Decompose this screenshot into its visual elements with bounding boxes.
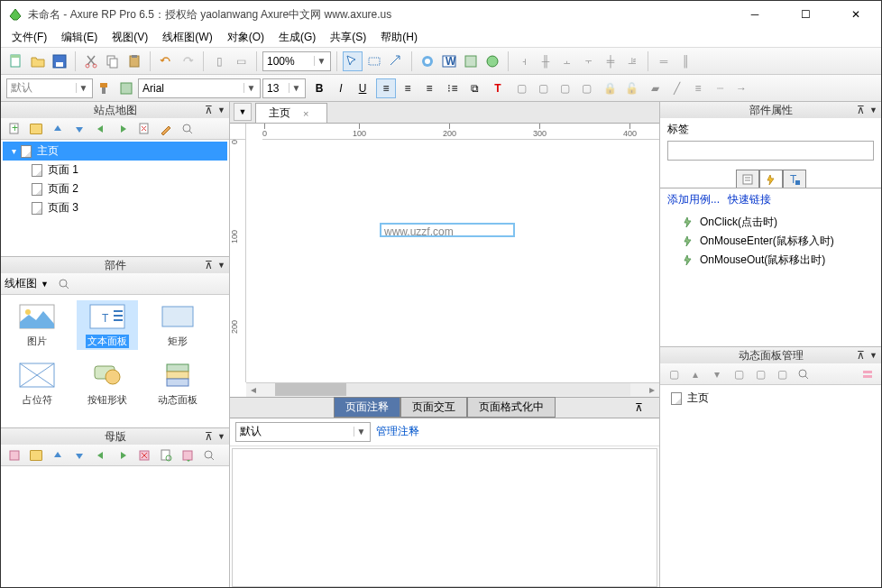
delete-button[interactable] bbox=[134, 446, 154, 465]
event-onmouseout[interactable]: OnMouseOut(鼠标移出时) bbox=[664, 251, 877, 270]
add-master-button[interactable] bbox=[5, 446, 24, 465]
line-style-button[interactable]: ┈ bbox=[710, 78, 730, 98]
move-left-button[interactable] bbox=[91, 446, 111, 465]
chevron-down-icon[interactable]: ▼ bbox=[314, 56, 328, 66]
edit-page-button[interactable] bbox=[156, 119, 176, 139]
open-button[interactable] bbox=[28, 51, 48, 71]
spec-word-button[interactable]: W bbox=[439, 51, 459, 71]
arrow-button[interactable]: → bbox=[731, 78, 751, 98]
undo-button[interactable] bbox=[156, 51, 176, 71]
align-left-button[interactable]: ⫞ bbox=[514, 51, 534, 71]
text-color-button[interactable]: T bbox=[488, 78, 508, 98]
menu-edit[interactable]: 编辑(E) bbox=[54, 28, 105, 47]
font-size-combo[interactable]: ▼ bbox=[262, 78, 306, 98]
menu-help[interactable]: 帮助(H) bbox=[373, 28, 425, 47]
copy-button[interactable] bbox=[103, 51, 123, 71]
widget-dynamic-panel[interactable]: 动态面板 bbox=[147, 359, 208, 409]
align-right-button[interactable]: ⫠ bbox=[557, 51, 577, 71]
select-mode-button[interactable] bbox=[343, 51, 363, 71]
chevron-down-icon[interactable]: ▼ bbox=[289, 83, 303, 93]
chevron-down-icon[interactable]: ▼ bbox=[41, 280, 49, 289]
chevron-down-icon[interactable]: ▼ bbox=[869, 351, 877, 360]
move-down-button[interactable] bbox=[69, 119, 89, 139]
menu-object[interactable]: 对象(O) bbox=[220, 28, 271, 47]
pin-icon[interactable]: ⊼ bbox=[205, 104, 213, 116]
italic-button[interactable]: I bbox=[331, 78, 351, 98]
widgets-category[interactable]: 线框图 bbox=[5, 276, 37, 291]
zoom-combo[interactable]: ▼ bbox=[262, 51, 331, 71]
distribute-h-button[interactable]: ═ bbox=[654, 51, 674, 71]
align-middle-button[interactable]: ╪ bbox=[601, 51, 620, 71]
chevron-down-icon[interactable]: ▼ bbox=[76, 83, 90, 93]
connect-mode-button[interactable] bbox=[386, 51, 406, 71]
move-right-button[interactable] bbox=[113, 119, 133, 139]
order-forward-button[interactable]: ▢ bbox=[555, 78, 574, 98]
maximize-button[interactable]: ☐ bbox=[787, 2, 823, 27]
search-button[interactable] bbox=[794, 364, 813, 384]
collapse-icon[interactable]: ▾ bbox=[8, 146, 19, 156]
move-down-button[interactable] bbox=[69, 446, 89, 465]
state-up-button[interactable]: ▴ bbox=[685, 364, 705, 384]
scroll-right-icon[interactable]: ▸ bbox=[645, 383, 659, 396]
redo-button[interactable] bbox=[178, 51, 198, 71]
close-button[interactable]: ✕ bbox=[838, 2, 874, 27]
tab-annotations[interactable] bbox=[736, 170, 759, 188]
widget-placeholder[interactable]: 占位符 bbox=[6, 359, 68, 409]
move-left-button[interactable] bbox=[91, 119, 111, 139]
order-back-button[interactable]: ▢ bbox=[533, 78, 553, 98]
tab-page-formatting[interactable]: 页面格式化中 bbox=[467, 397, 556, 418]
move-right-button[interactable] bbox=[113, 446, 133, 465]
search-button[interactable] bbox=[54, 274, 74, 294]
style-apply-button[interactable] bbox=[116, 78, 136, 98]
group-button[interactable]: ▯ bbox=[209, 51, 229, 71]
pin-icon[interactable]: ⊼ bbox=[857, 349, 865, 362]
order-front-button[interactable]: ▢ bbox=[511, 78, 531, 98]
cut-button[interactable] bbox=[81, 51, 101, 71]
tree-item[interactable]: 页面 3 bbox=[3, 198, 227, 217]
underline-button[interactable]: U bbox=[353, 78, 372, 98]
add-case-link[interactable]: 添加用例... bbox=[667, 193, 720, 206]
chevron-down-icon[interactable]: ▼ bbox=[243, 83, 258, 93]
menu-file[interactable]: 文件(F) bbox=[5, 28, 54, 47]
annotation-combo[interactable]: ▼ bbox=[235, 422, 371, 442]
fill-button[interactable]: ▰ bbox=[645, 78, 665, 98]
pin-icon[interactable]: ⊼ bbox=[205, 430, 213, 443]
tree-item[interactable]: 页面 1 bbox=[3, 161, 227, 179]
text-align-left-button[interactable]: ≡ bbox=[376, 78, 396, 98]
close-tab-icon[interactable]: × bbox=[303, 108, 308, 119]
minimize-button[interactable]: ─ bbox=[737, 2, 773, 27]
ungroup-button[interactable]: ▭ bbox=[231, 51, 251, 71]
distribute-v-button[interactable]: ║ bbox=[675, 51, 695, 71]
canvas[interactable]: www.uzzf.com bbox=[246, 140, 659, 382]
pin-icon[interactable]: ⊼ bbox=[857, 104, 865, 116]
link-button[interactable]: ⧉ bbox=[464, 78, 484, 98]
event-onmouseenter[interactable]: OnMouseEnter(鼠标移入时) bbox=[664, 232, 877, 251]
scrollbar-horizontal[interactable]: ◂ ▸ bbox=[246, 382, 659, 397]
usage-button[interactable] bbox=[156, 446, 176, 465]
align-center-button[interactable]: ╫ bbox=[536, 51, 556, 71]
manage-annotations-link[interactable]: 管理注释 bbox=[376, 424, 419, 439]
menu-share[interactable]: 共享(S) bbox=[323, 28, 373, 47]
align-top-button[interactable]: ⫟ bbox=[579, 51, 599, 71]
menu-view[interactable]: 视图(V) bbox=[105, 28, 155, 47]
preview-button[interactable] bbox=[418, 51, 437, 71]
save-button[interactable] bbox=[50, 51, 69, 71]
menu-generate[interactable]: 生成(G) bbox=[271, 28, 323, 47]
tab-main[interactable]: 主页 × bbox=[255, 103, 327, 123]
delete-state-button[interactable]: ▢ bbox=[772, 364, 792, 384]
pin-icon[interactable]: ⊼ bbox=[635, 401, 643, 414]
text-panel-widget[interactable]: www.uzzf.com bbox=[380, 223, 515, 237]
tab-interactions[interactable] bbox=[759, 170, 783, 188]
line-width-button[interactable]: ≡ bbox=[688, 78, 708, 98]
label-input[interactable] bbox=[667, 141, 874, 161]
event-onclick[interactable]: OnClick(点击时) bbox=[664, 213, 877, 232]
paste-button[interactable] bbox=[124, 51, 144, 71]
tab-page-notes[interactable]: 页面注释 bbox=[334, 397, 400, 418]
menu-wireframe[interactable]: 线框图(W) bbox=[155, 28, 219, 47]
line-button[interactable]: ╱ bbox=[666, 78, 686, 98]
add-tab-button[interactable]: ▼ bbox=[234, 103, 252, 121]
text-align-right-button[interactable]: ≡ bbox=[419, 78, 439, 98]
tree-item-root[interactable]: 主页 bbox=[664, 389, 877, 408]
font-combo[interactable]: ▼ bbox=[138, 78, 261, 98]
chevron-down-icon[interactable]: ▼ bbox=[217, 106, 225, 115]
